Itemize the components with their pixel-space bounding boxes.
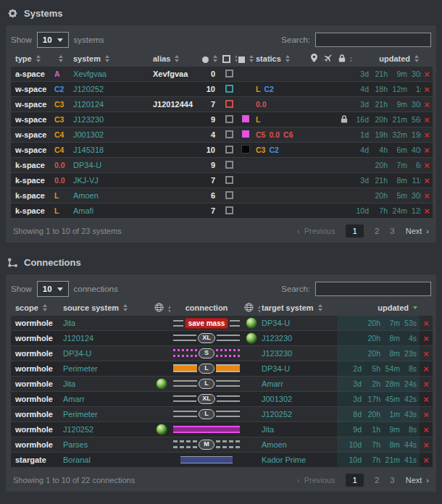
delete-button[interactable]: ×	[424, 130, 430, 140]
page-button-2[interactable]: 2	[375, 227, 379, 235]
system-link[interactable]: Perimeter	[63, 364, 98, 373]
system-link[interactable]: J123230	[262, 349, 292, 358]
delete-button[interactable]: ×	[424, 175, 430, 186]
delete-button[interactable]: ×	[423, 364, 429, 374]
search-input[interactable]	[315, 33, 431, 47]
col-source-system[interactable]: source system	[62, 301, 153, 315]
system-link[interactable]: J120124	[73, 100, 104, 109]
delete-cell: ×	[420, 437, 433, 452]
delete-button[interactable]: ×	[424, 69, 430, 80]
system-name-cell: J120124	[72, 97, 151, 112]
col-target-system[interactable]: target system	[260, 301, 337, 315]
system-link[interactable]: Jita	[63, 379, 75, 388]
page-length-select[interactable]: 10	[37, 32, 69, 48]
col-status-open[interactable]	[221, 51, 237, 66]
delete-cell: ×	[421, 203, 433, 218]
delete-button[interactable]: ×	[423, 409, 429, 420]
connection-size-badge: L	[199, 364, 214, 374]
page-length-select[interactable]: 10	[37, 281, 69, 297]
system-link[interactable]: J120124	[63, 334, 93, 343]
system-link[interactable]: DP34-U	[73, 161, 101, 169]
system-link[interactable]: Parses	[63, 440, 88, 449]
delete-button[interactable]: ×	[423, 348, 429, 359]
delete-button[interactable]: ×	[423, 318, 429, 329]
connection-graphic: S	[173, 348, 240, 358]
delete-button[interactable]: ×	[423, 440, 429, 450]
col-scope[interactable]: scope	[11, 301, 62, 315]
col-statics[interactable]: statics	[254, 51, 309, 66]
square-outline-icon	[222, 55, 230, 63]
system-link[interactable]: Amarr	[262, 379, 283, 388]
delete-button[interactable]: ×	[424, 190, 430, 201]
system-link[interactable]: Amarr	[63, 395, 85, 403]
chevron-right-icon: ›	[426, 227, 429, 235]
col-security[interactable]	[53, 51, 72, 66]
system-link[interactable]: J001302	[73, 130, 104, 139]
page-button-3[interactable]: 3	[390, 227, 394, 235]
system-link[interactable]: Jita	[63, 319, 75, 327]
status-square-cell	[221, 188, 237, 203]
system-link[interactable]: J120252	[262, 410, 292, 419]
system-link[interactable]: Kador Prime	[262, 455, 306, 464]
col-updated[interactable]: updated	[351, 51, 421, 66]
next-button[interactable]: Next›	[406, 227, 429, 235]
system-link[interactable]: DP34-U	[63, 349, 91, 358]
system-name-cell: JKJ-VJ	[72, 173, 151, 188]
delete-button[interactable]: ×	[424, 84, 430, 95]
delete-button[interactable]: ×	[424, 114, 430, 125]
previous-button[interactable]: ‹Previous	[297, 476, 335, 484]
page-button-3[interactable]: 3	[390, 476, 394, 484]
system-link[interactable]: J120252	[73, 85, 104, 93]
system-link[interactable]: Amafi	[73, 206, 93, 215]
previous-button[interactable]: ‹Previous	[297, 227, 335, 235]
table-row: stargate Boranal Kador Prime 10d7h21m41s…	[11, 453, 433, 467]
gear-icon	[7, 8, 18, 19]
system-link[interactable]: Perimeter	[63, 410, 98, 419]
system-link[interactable]: J120252	[63, 425, 93, 434]
delete-button[interactable]: ×	[424, 99, 430, 110]
system-link[interactable]: JKJ-VJ	[73, 176, 99, 185]
system-link[interactable]: DP34-U	[262, 319, 290, 327]
delete-button[interactable]: ×	[423, 455, 429, 466]
col-alias[interactable]: alias	[151, 51, 199, 66]
ship-cell	[322, 127, 337, 142]
delete-button[interactable]: ×	[424, 206, 430, 217]
delete-button[interactable]: ×	[424, 160, 430, 171]
col-lock[interactable]	[337, 51, 351, 66]
system-link[interactable]: Boranal	[63, 455, 91, 464]
search-input[interactable]	[315, 282, 431, 296]
ship-cell	[322, 188, 337, 203]
col-target-endpoint[interactable]	[243, 301, 260, 315]
page-button-1[interactable]: 1	[346, 474, 363, 487]
system-link[interactable]: Amoen	[262, 440, 287, 449]
delete-button[interactable]: ×	[423, 424, 429, 435]
col-pilot-count[interactable]	[199, 51, 221, 66]
system-link[interactable]: J123230	[73, 115, 104, 124]
system-link[interactable]: J123230	[262, 334, 292, 343]
system-link[interactable]: J145318	[73, 146, 104, 154]
page-button-2[interactable]: 2	[375, 476, 379, 484]
delete-button[interactable]: ×	[424, 145, 430, 156]
system-link[interactable]: Jita	[262, 425, 274, 434]
pilot-count: 6	[199, 188, 221, 203]
delete-button[interactable]: ×	[423, 379, 429, 390]
source-endpoint-cell	[153, 437, 170, 452]
system-link[interactable]: Amoen	[73, 191, 99, 200]
status-square-cell	[221, 158, 237, 172]
system-link[interactable]: J001302	[262, 395, 292, 403]
next-button[interactable]: Next›	[406, 476, 429, 484]
delete-button[interactable]: ×	[423, 333, 429, 344]
col-system[interactable]: system	[72, 51, 151, 66]
col-ship[interactable]	[322, 51, 337, 66]
col-updated[interactable]: updated	[337, 301, 420, 315]
col-type[interactable]: type	[11, 51, 53, 66]
col-location[interactable]	[309, 51, 322, 66]
sort-icon	[104, 55, 110, 62]
col-source-endpoint[interactable]	[153, 301, 170, 315]
col-status-filled[interactable]	[237, 51, 254, 66]
page-button-1[interactable]: 1	[346, 224, 363, 238]
delete-button[interactable]: ×	[423, 394, 429, 405]
pilot-count: 10	[199, 143, 221, 157]
system-link[interactable]: Xevfgvaa	[73, 70, 107, 78]
system-link[interactable]: DP34-U	[262, 364, 290, 373]
